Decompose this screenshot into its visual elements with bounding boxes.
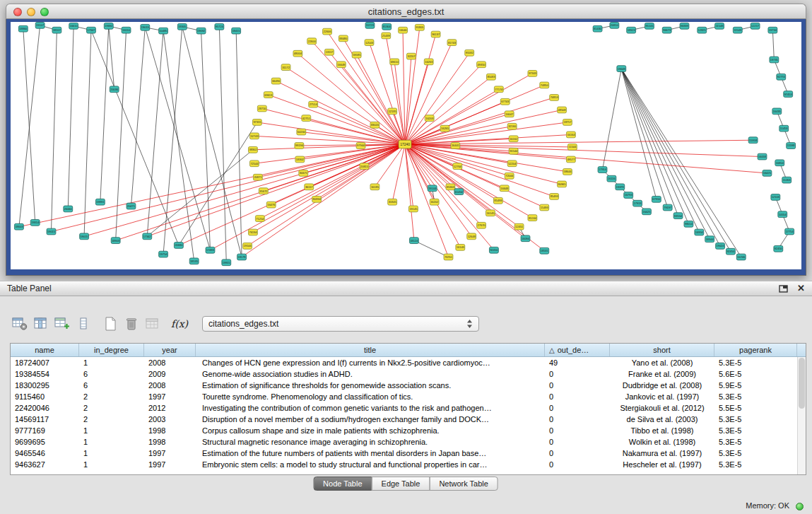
column-header-title[interactable]: title	[196, 344, 545, 356]
graph-edge[interactable]	[405, 144, 481, 226]
table-cell: 6	[79, 380, 144, 391]
network-canvas[interactable]: 1724022600480043117266490696132871097331…	[11, 22, 801, 269]
graph-edge[interactable]	[403, 30, 405, 144]
graph-edge[interactable]	[621, 69, 720, 246]
table-row[interactable]: 946554611997Estimation of the future num…	[11, 448, 797, 459]
graph-edge[interactable]	[341, 64, 405, 144]
graph-edge[interactable]	[253, 144, 405, 232]
graph-edge[interactable]	[19, 144, 405, 227]
column-header-year[interactable]: year	[144, 344, 196, 356]
window-titlebar[interactable]: citations_edges.txt	[6, 4, 806, 19]
show-columns-icon[interactable]	[31, 315, 51, 333]
create-column-icon[interactable]	[52, 315, 72, 333]
graph-edge[interactable]	[163, 31, 194, 262]
graph-edge[interactable]	[182, 27, 242, 257]
table-row[interactable]: 911546021997Tourette syndrome. Phenomeno…	[11, 391, 797, 402]
table-row[interactable]: 1830029562008Estimation of significance …	[11, 380, 797, 391]
table-row[interactable]: 1456911722003Disruption of a novel membe…	[11, 414, 797, 425]
table-row[interactable]: 946362711997Embryonic stem cells: a mode…	[11, 459, 797, 470]
table-row[interactable]: 1938455462009Genome-wide association stu…	[11, 368, 797, 380]
graph-edge[interactable]	[621, 69, 657, 199]
graph-edge[interactable]	[405, 122, 567, 144]
float-panel-icon[interactable]	[779, 284, 789, 293]
graph-edge[interactable]	[179, 144, 405, 245]
graph-edge[interactable]	[301, 132, 405, 145]
graph-edge[interactable]	[621, 69, 710, 239]
column-header-short[interactable]: short	[610, 344, 714, 356]
row-list-icon[interactable]	[73, 315, 93, 333]
graph-edge[interactable]	[254, 136, 405, 144]
table-scrollbar-thumb[interactable]	[799, 358, 805, 409]
graph-node-label: 72044	[505, 174, 514, 177]
graph-edge[interactable]	[772, 30, 774, 60]
table-row[interactable]: 2242004622012Investigating the contribut…	[11, 402, 797, 414]
graph-node-label: 22606	[324, 30, 331, 33]
graph-edge[interactable]	[236, 31, 242, 257]
graph-edge[interactable]	[405, 144, 562, 184]
tab-edge-table[interactable]: Edge Table	[372, 477, 430, 491]
tab-node-table[interactable]: Node Table	[313, 477, 372, 491]
table-selector-dropdown[interactable]: citations_edges.txt	[202, 316, 479, 332]
column-header-name[interactable]: name	[11, 344, 79, 356]
graph-edge[interactable]	[357, 55, 405, 144]
table-row[interactable]: 977716911998Corpus callosum shape and si…	[11, 425, 797, 436]
graph-edge[interactable]	[242, 144, 405, 257]
close-panel-icon[interactable]: ✕	[797, 284, 805, 293]
table-scrollbar[interactable]	[797, 357, 806, 474]
graph-edge[interactable]	[621, 69, 731, 252]
graph-edge[interactable]	[260, 144, 405, 218]
zoom-window-button[interactable]	[40, 8, 49, 16]
column-header-in-degree[interactable]: in_degree	[79, 344, 144, 356]
table-mode-icon[interactable]	[10, 315, 30, 333]
graph-node-label: 12185	[389, 110, 397, 113]
graph-node-label: 12451	[515, 225, 523, 228]
graph-edge[interactable]	[405, 89, 499, 144]
graph-edge[interactable]	[163, 27, 182, 255]
table-cell: Estimation of the future numbers of pati…	[196, 448, 545, 459]
graph-edge[interactable]	[621, 69, 667, 207]
graph-node-label: 96839	[681, 24, 688, 28]
minimize-window-button[interactable]	[27, 8, 35, 16]
graph-edge[interactable]	[405, 144, 532, 218]
close-window-button[interactable]	[13, 8, 22, 16]
table-row[interactable]: 969969511998Structural magnetic resonanc…	[11, 436, 797, 448]
network-canvas-svg[interactable]: 1724022600480043117266490696132871097331…	[11, 22, 801, 269]
graph-edge[interactable]	[247, 144, 405, 246]
table-cell: 5.3E-5	[714, 448, 797, 459]
graph-edge[interactable]	[51, 144, 405, 231]
graph-node-label: 25439	[382, 34, 390, 37]
table-cell: 0	[545, 368, 610, 380]
graph-edge[interactable]	[147, 144, 405, 236]
new-table-icon[interactable]	[100, 315, 120, 333]
graph-edge[interactable]	[405, 144, 567, 172]
graph-node-label: 26060	[64, 207, 73, 211]
table-cell: 9463627	[11, 459, 79, 470]
graph-edge[interactable]	[317, 144, 405, 199]
graph-edge[interactable]	[201, 31, 211, 250]
graph-edge[interactable]	[405, 144, 494, 250]
graph-edge[interactable]	[603, 69, 622, 170]
graph-edge[interactable]	[219, 27, 226, 262]
import-table-icon[interactable]	[143, 315, 163, 333]
column-header-pagerank[interactable]: pagerank	[714, 344, 797, 356]
graph-edge[interactable]	[100, 26, 109, 202]
graph-edge[interactable]	[51, 30, 57, 232]
graph-edge[interactable]	[147, 150, 253, 237]
graph-edge[interactable]	[131, 28, 145, 206]
graph-node-label: 16649	[337, 63, 345, 66]
column-header-out-degree[interactable]: △ out_de…	[545, 344, 610, 356]
graph-edge[interactable]	[116, 30, 126, 241]
function-builder-icon[interactable]: f(x)	[170, 315, 189, 333]
table-row[interactable]: 1872400712008Changes of HCN gene express…	[11, 357, 797, 368]
graph-edge[interactable]	[68, 26, 73, 209]
graph-edge[interactable]	[394, 62, 405, 144]
tab-network-table[interactable]: Network Table	[429, 477, 498, 491]
graph-edge[interactable]	[19, 25, 40, 227]
graph-node-label: 17342	[143, 235, 151, 238]
graph-node-label: 11453	[780, 127, 788, 130]
delete-table-icon[interactable]	[122, 315, 141, 333]
graph-edge[interactable]	[23, 29, 35, 223]
graph-edge[interactable]	[84, 30, 91, 237]
graph-edge[interactable]	[306, 118, 405, 144]
graph-edge[interactable]	[621, 69, 699, 232]
